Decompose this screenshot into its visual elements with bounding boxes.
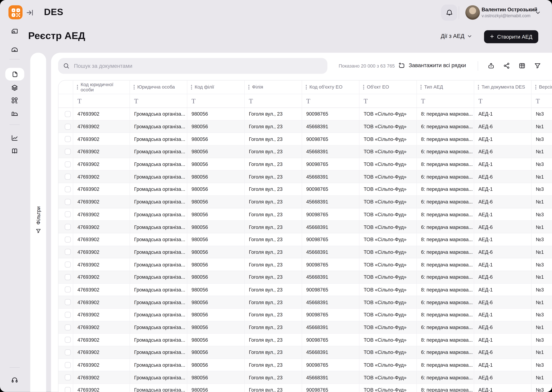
table-row[interactable]: 47693902Громадська організа...980056Гого… — [58, 133, 552, 146]
table-cell: 8: передача маркова... — [417, 133, 474, 145]
column-header-label: Філія — [252, 84, 263, 90]
table-row[interactable]: 47693902Громадська організа...980056Гого… — [58, 359, 552, 371]
user-avatar[interactable] — [465, 5, 480, 20]
table-columns-icon[interactable] — [519, 62, 526, 69]
column-header[interactable]: Юридична особа — [130, 80, 187, 94]
table-cell: ТОВ «Сільпо-Фуд» — [359, 271, 417, 283]
table-row[interactable]: 47693902Громадська організа...980056Гого… — [58, 296, 552, 308]
table-cell: АЕД-1 — [474, 284, 532, 296]
table-cell: №1 — [531, 271, 552, 283]
row-checkbox[interactable] — [65, 199, 71, 205]
sidebar-item-warehouse[interactable] — [0, 28, 29, 35]
column-filter-cell[interactable]: T — [130, 94, 187, 107]
table-row[interactable]: 47693902Громадська організа...980056Гого… — [58, 171, 552, 183]
sidebar-item-support[interactable] — [0, 376, 29, 384]
table-row[interactable]: 47693902Громадська організа...980056Гого… — [58, 284, 552, 296]
row-checkbox[interactable] — [65, 324, 71, 330]
table-row[interactable]: 47693902Громадська організа...980056Гого… — [58, 271, 552, 284]
row-checkbox[interactable] — [65, 387, 71, 392]
table-row[interactable]: 47693902Громадська організа...980056Гого… — [58, 233, 552, 246]
row-checkbox[interactable] — [65, 375, 71, 380]
column-filter-cell[interactable]: T — [359, 94, 417, 107]
row-checkbox[interactable] — [65, 287, 71, 293]
sidebar-item-library[interactable] — [0, 110, 29, 117]
share-icon[interactable] — [503, 62, 510, 69]
column-filter-cell[interactable]: T — [417, 94, 474, 107]
column-filter-cell[interactable]: T — [474, 94, 532, 107]
table-row[interactable]: 47693902Громадська організа...980056Гого… — [58, 371, 552, 384]
table-row[interactable]: 47693902Громадська організа...980056Гого… — [58, 321, 552, 334]
row-checkbox[interactable] — [65, 161, 71, 167]
row-checkbox[interactable] — [65, 262, 71, 267]
table-cell: 47693902 — [73, 246, 130, 258]
column-header[interactable]: Тип документа DES — [474, 80, 532, 94]
column-filter-cell[interactable]: T — [302, 94, 359, 107]
column-filter-cell[interactable]: T — [531, 94, 552, 107]
row-checkbox[interactable] — [65, 111, 71, 117]
row-checkbox[interactable] — [65, 149, 71, 155]
row-checkbox[interactable] — [65, 186, 71, 192]
user-menu-chevron-icon[interactable] — [535, 10, 541, 15]
sidebar-item-analytics[interactable] — [0, 134, 29, 142]
table-row[interactable]: 47693902Громадська організа...980056Гого… — [58, 146, 552, 158]
row-checkbox[interactable] — [65, 249, 71, 255]
column-header[interactable]: Код об'єкту ЕО — [302, 80, 359, 94]
sidebar-item-handbook[interactable] — [0, 147, 29, 155]
row-checkbox[interactable] — [65, 337, 71, 343]
export-icon[interactable] — [487, 62, 494, 69]
row-checkbox[interactable] — [65, 274, 71, 280]
filters-panel-tab[interactable]: Фільтри — [30, 53, 46, 392]
table-row[interactable]: 47693902Громадська організа...980056Гого… — [58, 246, 552, 258]
column-header[interactable]: Версія — [531, 80, 552, 94]
column-header[interactable]: Тип АЕД — [417, 80, 474, 94]
column-filter-cell[interactable]: T — [187, 94, 245, 107]
table-row[interactable]: 47693902Громадська організа...980056Гого… — [58, 158, 552, 171]
table-cell: 980056 — [187, 120, 245, 133]
table-row[interactable]: 47693902Громадська організа...980056Гого… — [58, 259, 552, 271]
sidebar-item-apps[interactable] — [0, 97, 29, 104]
row-checkbox[interactable] — [65, 174, 71, 180]
row-checkbox[interactable] — [65, 211, 71, 217]
sidebar-item-home[interactable] — [0, 46, 29, 53]
column-filter-cell[interactable]: T — [73, 94, 130, 107]
actions-dropdown[interactable]: Дії з АЕД — [441, 33, 472, 39]
row-checkbox[interactable] — [65, 299, 71, 305]
row-checkbox[interactable] — [65, 136, 71, 142]
row-checkbox[interactable] — [65, 124, 71, 129]
column-header[interactable]: Філія — [245, 80, 302, 94]
table-row[interactable]: 47693902Громадська організа...980056Гого… — [58, 208, 552, 221]
search-input[interactable] — [73, 63, 322, 70]
table-row[interactable]: 47693902Громадська організа...980056Гого… — [58, 334, 552, 346]
table-cell: 90098765 — [302, 108, 359, 120]
text-filter-icon: T — [363, 98, 368, 104]
create-aed-button[interactable]: + Створити АЕД — [484, 30, 538, 43]
row-checkbox[interactable] — [65, 312, 71, 318]
sidebar-collapse-icon[interactable] — [26, 9, 34, 16]
column-header[interactable]: Код філії — [187, 80, 245, 94]
table-cell: АЕД-6 — [474, 271, 532, 283]
row-checkbox[interactable] — [65, 349, 71, 355]
table-row[interactable]: 47693902Громадська організа...980056Гого… — [58, 221, 552, 233]
table-row[interactable]: 47693902Громадська організа...980056Гого… — [58, 309, 552, 321]
table-cell: Громадська організа... — [130, 271, 187, 283]
table-row[interactable]: 47693902Громадська організа...980056Гого… — [58, 196, 552, 208]
row-checkbox[interactable] — [65, 224, 71, 230]
notifications-button[interactable] — [441, 5, 457, 21]
filter-icon[interactable] — [534, 62, 541, 69]
load-all-rows-button[interactable]: Завантажити всі рядки — [398, 62, 466, 69]
sidebar-item-documents[interactable] — [5, 68, 24, 80]
table-cell: Громадська організа... — [130, 359, 187, 371]
column-filter-cell[interactable]: T — [245, 94, 302, 107]
row-checkbox[interactable] — [65, 362, 71, 368]
table-row[interactable]: 47693902Громадська організа...980056Гого… — [58, 346, 552, 359]
app-logo-icon[interactable] — [8, 5, 22, 19]
row-checkbox[interactable] — [65, 237, 71, 242]
column-header[interactable]: Код юридичної особи — [73, 80, 130, 94]
table-row[interactable]: 47693902Громадська організа...980056Гого… — [58, 183, 552, 196]
table-row[interactable]: 47693902Громадська організа...980056Гого… — [58, 108, 552, 120]
table-row[interactable]: 47693902Громадська організа...980056Гого… — [58, 120, 552, 133]
sidebar-item-layers[interactable] — [0, 84, 29, 91]
table-cell: №1 — [531, 246, 552, 258]
table-row[interactable]: 47693902Громадська організа...980056Гого… — [58, 384, 552, 392]
column-header[interactable]: Об'єкт ЕО — [359, 80, 417, 94]
